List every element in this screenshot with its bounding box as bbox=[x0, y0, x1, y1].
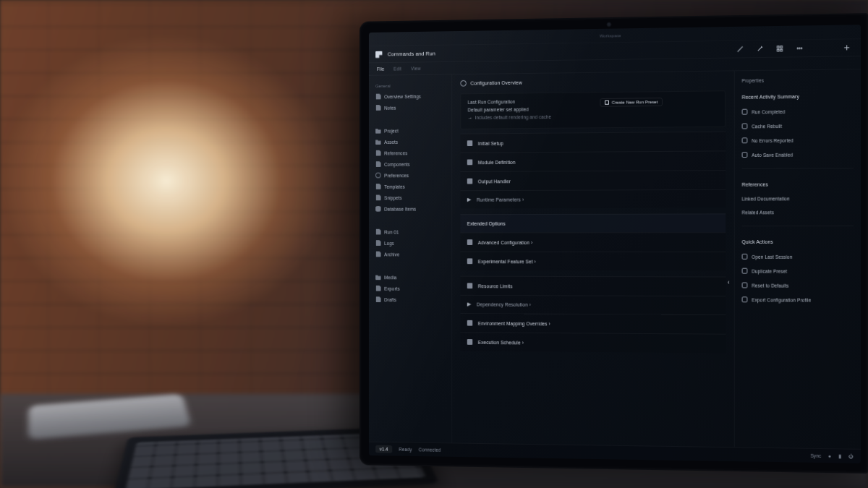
list-row[interactable]: Runtime Parameters › bbox=[460, 189, 726, 209]
sidebar-item[interactable]: Assets bbox=[373, 137, 448, 147]
status-version-pill[interactable]: v1.4 bbox=[375, 445, 392, 453]
header-action-icon[interactable] bbox=[839, 43, 854, 53]
database-icon bbox=[375, 206, 380, 212]
list-row[interactable]: Initial Setup bbox=[460, 132, 726, 153]
list-row-label: Environment Mapping Overrides › bbox=[478, 320, 550, 325]
sidebar-item[interactable]: Drafts bbox=[373, 294, 448, 304]
list-row[interactable]: Resource Limits bbox=[460, 276, 726, 296]
tool-more-icon[interactable] bbox=[792, 43, 807, 53]
sidebar-item[interactable]: Archive bbox=[373, 249, 448, 260]
gear-icon bbox=[375, 173, 380, 179]
sidebar-item-label: Drafts bbox=[384, 297, 396, 302]
create-preset-button[interactable]: Create New Run Preset bbox=[600, 98, 663, 107]
right-panel-heading: References bbox=[742, 181, 854, 187]
right-panel-item-label: Reset to Defaults bbox=[752, 283, 788, 288]
checkbox-icon bbox=[742, 152, 748, 158]
sidebar-item[interactable]: Run 01 bbox=[373, 227, 448, 237]
sidebar-item[interactable]: Project bbox=[373, 125, 448, 135]
file-icon bbox=[375, 296, 380, 302]
sidebar-item-label: Preferences bbox=[384, 173, 409, 178]
summary-panel: Last Run Configuration Default parameter… bbox=[460, 90, 726, 129]
list-row[interactable]: Environment Mapping Overrides › bbox=[460, 313, 726, 334]
sidebar-item[interactable]: Exports bbox=[373, 283, 448, 294]
sidebar-item[interactable]: Media bbox=[373, 273, 448, 283]
sidebar-item[interactable]: Notes bbox=[373, 102, 448, 113]
square-icon bbox=[742, 283, 748, 288]
file-icon bbox=[375, 240, 380, 246]
list-row-label: Advanced Configuration › bbox=[478, 240, 532, 245]
sidebar-item[interactable]: Templates bbox=[373, 181, 448, 192]
svg-rect-2 bbox=[777, 49, 779, 51]
right-panel-item[interactable]: Run Completed bbox=[742, 106, 854, 116]
right-panel-item[interactable]: Linked Documentation bbox=[742, 194, 854, 203]
folder-icon bbox=[375, 128, 380, 134]
right-panel-item[interactable]: Cache Rebuilt bbox=[742, 120, 854, 131]
svg-point-6 bbox=[801, 48, 801, 48]
sidebar-item-label: Snippets bbox=[384, 195, 401, 200]
tool-edit-icon[interactable] bbox=[733, 44, 747, 54]
sidebar-item[interactable]: References bbox=[373, 147, 448, 158]
list-group-header[interactable]: Extended Options bbox=[460, 213, 726, 232]
list-row[interactable]: Output Handler bbox=[460, 170, 726, 190]
right-panel-item[interactable]: Auto Save Enabled bbox=[742, 149, 854, 160]
sidebar-item[interactable]: Overview Settings bbox=[373, 91, 448, 102]
list-row[interactable]: Module Definition bbox=[460, 150, 726, 171]
list-row[interactable]: Experimental Feature Set › bbox=[460, 252, 726, 271]
app-title: Commands and Run bbox=[388, 51, 435, 58]
status-sync[interactable]: Sync bbox=[810, 453, 821, 458]
sidebar-item[interactable]: Snippets bbox=[373, 192, 448, 202]
right-panel-item[interactable]: Related Assets bbox=[742, 207, 854, 217]
bullet-icon bbox=[467, 258, 473, 264]
create-preset-label: Create New Run Preset bbox=[612, 100, 658, 105]
list-row[interactable]: Execution Schedule › bbox=[460, 332, 726, 353]
right-panel-item[interactable]: Reset to Defaults bbox=[742, 281, 854, 291]
right-panel-item-label: No Errors Reported bbox=[752, 137, 793, 142]
list-row[interactable]: Advanced Configuration › bbox=[460, 232, 726, 252]
right-panel-item[interactable]: Export Configuration Profile bbox=[742, 294, 854, 305]
sidebar-item[interactable]: Logs bbox=[373, 238, 448, 248]
sidebar-item[interactable]: Preferences bbox=[373, 170, 448, 180]
bullet-icon bbox=[467, 320, 473, 326]
list-row-label: Output Handler bbox=[478, 179, 511, 184]
right-panel-item-label: Duplicate Preset bbox=[752, 268, 787, 273]
file-icon bbox=[375, 229, 380, 235]
sidebar-item-label: References bbox=[384, 150, 407, 155]
tool-pen-icon[interactable] bbox=[752, 44, 767, 54]
right-panel-item[interactable]: No Errors Reported bbox=[742, 134, 854, 145]
square-icon bbox=[742, 296, 748, 302]
sidebar: General Overview Settings Notes Project … bbox=[369, 74, 452, 442]
tab-edit[interactable]: Edit bbox=[393, 67, 401, 72]
sidebar-item-label: Notes bbox=[384, 105, 396, 110]
sidebar-section-heading: General bbox=[373, 79, 448, 90]
list-row-label: Extended Options bbox=[467, 221, 506, 226]
square-icon bbox=[742, 254, 748, 260]
sidebar-item-label: Exports bbox=[384, 286, 399, 291]
sidebar-item[interactable]: Database Items bbox=[373, 204, 448, 214]
divider bbox=[742, 226, 854, 226]
bullet-icon bbox=[467, 140, 473, 146]
status-dot-icon[interactable]: ● bbox=[828, 453, 831, 458]
tool-grid-icon[interactable] bbox=[773, 43, 787, 53]
right-panel-item-label: Export Configuration Profile bbox=[752, 297, 811, 302]
list-row-label: Runtime Parameters › bbox=[477, 197, 524, 202]
right-panel-item[interactable]: Duplicate Preset bbox=[742, 266, 854, 276]
tab-view[interactable]: View bbox=[411, 66, 421, 71]
main-column: Configuration Overview Last Run Configur… bbox=[452, 71, 734, 447]
checkbox-icon bbox=[742, 109, 748, 115]
status-battery-icon[interactable]: ▮ bbox=[838, 453, 841, 459]
sidebar-item-label: Templates bbox=[384, 184, 405, 189]
file-icon bbox=[375, 252, 380, 257]
status-power-icon[interactable]: ⏻ bbox=[848, 454, 854, 459]
right-panel-item[interactable]: Open Last Session bbox=[742, 252, 854, 262]
list-row[interactable]: Dependency Resolution › bbox=[460, 295, 726, 314]
status-item-label: Connected bbox=[419, 448, 441, 453]
sidebar-item-label: Project bbox=[384, 128, 399, 133]
svg-rect-0 bbox=[777, 46, 779, 48]
status-item[interactable]: Ready bbox=[399, 447, 412, 452]
monitor: Workspace Commands and Run File Edit Vie… bbox=[342, 0, 868, 488]
file-icon bbox=[375, 161, 380, 167]
status-item[interactable]: Connected bbox=[419, 448, 441, 453]
svg-rect-3 bbox=[780, 49, 782, 51]
sidebar-item[interactable]: Components bbox=[373, 159, 448, 169]
tab-file[interactable]: File bbox=[377, 67, 384, 72]
